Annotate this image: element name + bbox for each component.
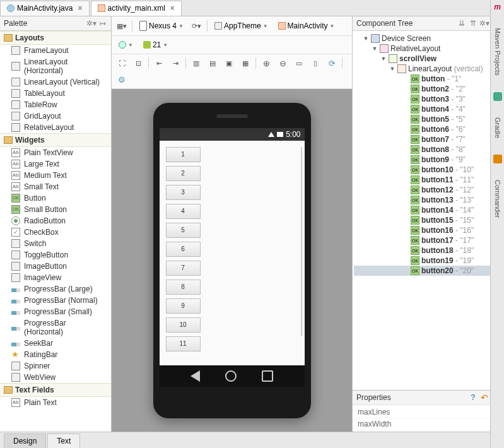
dist-v-icon[interactable]: ▤: [206, 57, 219, 69]
palette-item[interactable]: TableLayout: [0, 88, 111, 99]
zoom-fit-icon[interactable]: ▭: [293, 57, 305, 69]
palette-item[interactable]: LinearLayout (Horizontal): [0, 56, 111, 76]
locale-selector[interactable]: ▼: [115, 39, 136, 50]
shrink-icon[interactable]: ⊡: [132, 57, 144, 69]
zoom-out-icon[interactable]: [276, 57, 289, 69]
collapse-icon[interactable]: ↦: [98, 19, 107, 28]
expand-icon[interactable]: ▼: [372, 45, 378, 52]
collapse-all-icon[interactable]: ⇈: [469, 19, 478, 28]
preview-button[interactable]: 5: [166, 223, 201, 238]
preview-button[interactable]: 2: [166, 166, 201, 181]
tree-node-button[interactable]: OKbutton16 - "16": [354, 225, 503, 235]
tree-node-button[interactable]: OKbutton4 - "4": [354, 104, 503, 114]
palette-item[interactable]: ToggleButton: [0, 249, 111, 261]
expand-icon[interactable]: ▼: [380, 56, 387, 62]
preview-button[interactable]: 6: [166, 242, 201, 257]
file-tab-xml[interactable]: activity_main.xml ×: [91, 1, 182, 16]
tree-node-button[interactable]: OKbutton18 - "18": [354, 245, 503, 256]
palette-item[interactable]: AbPlain Text: [0, 397, 111, 408]
palette-item[interactable]: Spinner: [0, 360, 111, 372]
tree-node-button[interactable]: OKbutton12 - "12": [354, 185, 503, 195]
close-icon[interactable]: ×: [170, 4, 175, 13]
expand-icon[interactable]: ▼: [363, 35, 369, 42]
property-row[interactable]: maxLines: [358, 406, 499, 418]
palette-item[interactable]: LinearLayout (Vertical): [0, 76, 111, 88]
palette-group-textfields[interactable]: Text Fields: [0, 383, 111, 397]
tree-node-button[interactable]: OKbutton10 - "10": [354, 165, 503, 175]
tree-node-button[interactable]: OKbutton6 - "6": [354, 124, 503, 134]
palette-item[interactable]: CheckBox: [0, 227, 111, 238]
file-tab-java[interactable]: MainActivity.java ×: [0, 1, 90, 16]
refresh-icon[interactable]: [325, 57, 338, 69]
zoom-in-icon[interactable]: [260, 57, 273, 69]
align-right-icon[interactable]: ⇥: [169, 57, 182, 69]
palette-item[interactable]: ProgressBar (Large): [0, 283, 111, 295]
preview-button[interactable]: 10: [166, 317, 201, 333]
tree-node-scrollview[interactable]: ▼ scrollView: [354, 54, 503, 64]
theme-selector[interactable]: AppTheme ▼: [211, 20, 271, 32]
view-options-icon[interactable]: ▦▾: [115, 20, 128, 32]
settings-icon[interactable]: [115, 73, 128, 86]
preview-button[interactable]: 9: [166, 298, 201, 314]
tree-node-device-screen[interactable]: ▼ Device Screen: [354, 33, 503, 44]
preview-button[interactable]: 1: [166, 147, 201, 162]
gear-icon[interactable]: ✲▾: [87, 19, 96, 28]
palette-item[interactable]: ImageButton: [0, 261, 111, 272]
close-icon[interactable]: ×: [78, 4, 82, 13]
device-selector[interactable]: Nexus 4 ▼: [136, 19, 187, 33]
expand-icon[interactable]: ⛶: [115, 57, 128, 69]
undo-icon[interactable]: [480, 393, 489, 402]
palette-group-layouts[interactable]: Layouts: [0, 31, 111, 45]
center-icon[interactable]: ▣: [223, 57, 235, 69]
preview-button[interactable]: 8: [166, 280, 201, 295]
palette-item[interactable]: AbMedium Text: [0, 170, 111, 181]
palette-item[interactable]: OKSmall Button: [0, 204, 111, 215]
api-selector[interactable]: 21 ▼: [140, 38, 171, 51]
palette-item[interactable]: ImageView: [0, 272, 111, 283]
dist-h-icon[interactable]: ▥: [190, 57, 202, 69]
tree-node-button[interactable]: OKbutton3 - "3": [354, 94, 503, 104]
tree-node-button[interactable]: OKbutton9 - "9": [354, 155, 503, 165]
app-content[interactable]: 1234567891011: [160, 141, 305, 365]
gear-icon[interactable]: ✲▾: [480, 19, 489, 28]
property-row[interactable]: maxWidth: [358, 418, 499, 430]
tree-node-linearlayout[interactable]: ▼ LinearLayout (vertical): [354, 64, 503, 74]
tree-node-button[interactable]: OKbutton14 - "14": [354, 205, 503, 215]
nav-back-icon[interactable]: [190, 370, 200, 382]
tab-design[interactable]: Design: [4, 433, 46, 448]
palette-group-widgets[interactable]: Widgets: [0, 133, 111, 147]
palette-item[interactable]: AbSmall Text: [0, 181, 111, 192]
palette-item[interactable]: AbPlain TextView: [0, 147, 111, 158]
palette-item[interactable]: ProgressBar (Normal): [0, 295, 111, 306]
tree-node-button[interactable]: OKbutton5 - "5": [354, 114, 503, 124]
palette-item[interactable]: ★RatingBar: [0, 349, 111, 360]
palette-item[interactable]: RelativeLayout: [0, 122, 111, 133]
nav-home-icon[interactable]: [225, 370, 237, 382]
tree-node-button[interactable]: OKbutton - "1": [354, 74, 503, 84]
tree-node-button[interactable]: OKbutton19 - "19": [354, 256, 503, 266]
nav-recent-icon[interactable]: [262, 370, 273, 382]
orientation-icon[interactable]: ⟳▾: [190, 20, 203, 32]
palette-item[interactable]: SeekBar: [0, 338, 111, 349]
gutter-maven[interactable]: Maven Projects: [494, 24, 501, 80]
preview-button[interactable]: 7: [166, 261, 201, 276]
preview-button[interactable]: 4: [166, 204, 201, 219]
tree-node-button[interactable]: OKbutton2 - "2": [354, 84, 503, 94]
palette-item[interactable]: ProgressBar (Horizontal): [0, 317, 111, 338]
tree-node-button[interactable]: OKbutton13 - "13": [354, 195, 503, 205]
tree-node-relativelayout[interactable]: ▼ RelativeLayout: [354, 44, 503, 54]
activity-selector[interactable]: MainActivity ▼: [275, 20, 338, 32]
palette-item[interactable]: Switch: [0, 238, 111, 249]
gutter-gradle[interactable]: Gradle: [494, 114, 501, 142]
align-left-icon[interactable]: ⇤: [153, 57, 165, 69]
design-canvas[interactable]: 5:00 1234567891011: [112, 89, 352, 432]
palette-item[interactable]: FrameLayout: [0, 45, 111, 56]
tree-node-button[interactable]: OKbutton20 - "20": [354, 266, 503, 276]
palette-item[interactable]: ProgressBar (Small): [0, 306, 111, 317]
preview-button[interactable]: 3: [166, 185, 201, 200]
tree-node-button[interactable]: OKbutton8 - "8": [354, 144, 503, 155]
tree-node-button[interactable]: OKbutton11 - "11": [354, 175, 503, 185]
baseline-icon[interactable]: ▦: [239, 57, 252, 69]
expand-icon[interactable]: ▼: [389, 66, 396, 72]
tree-node-button[interactable]: OKbutton17 - "17": [354, 235, 503, 245]
